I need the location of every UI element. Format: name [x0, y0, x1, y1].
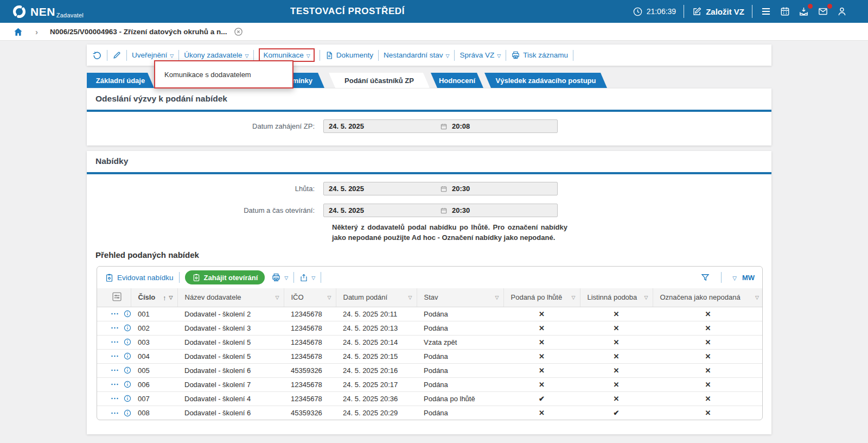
- table-row[interactable]: 002 Dodavatel - školení 3 12345678 24. 5…: [97, 321, 763, 336]
- toolbar-item-uverejneni[interactable]: Uveřejnění ▽: [132, 51, 174, 59]
- environment-title: TESTOVACÍ PROSTŘEDÍ: [290, 6, 405, 17]
- edit-button[interactable]: [112, 50, 122, 60]
- zahajit-oteviranie-button[interactable]: Zahájit otevírání: [185, 270, 265, 284]
- cell-stav: Podána po lhůtě: [417, 392, 503, 406]
- messages-badge: [827, 4, 832, 9]
- filter-caret-icon[interactable]: ▽: [328, 295, 331, 300]
- chevron-down-icon: ▽: [307, 53, 310, 59]
- logo-title: NEN: [30, 6, 55, 17]
- toolbar-item-label: Uveřejnění: [132, 51, 167, 59]
- cell-podana-po-lhute: ✕: [503, 307, 580, 321]
- row-actions-button[interactable]: [111, 354, 119, 358]
- view-dropdown-button[interactable]: ▽: [732, 275, 737, 281]
- toolbar-item-nestandardni-stav[interactable]: Nestandardní stav ▽: [384, 51, 449, 59]
- column-header-nazev-dodavatele[interactable]: Název dodavatele ▽: [177, 288, 284, 307]
- clock: 21:06:39: [633, 7, 676, 17]
- column-header-oznacena-jako-nepodana[interactable]: Označena jako nepodaná ▽: [653, 288, 763, 307]
- section-underline: [87, 172, 771, 174]
- cell-listinna-podoba: ✕: [580, 364, 653, 378]
- row-info-button[interactable]: [123, 352, 132, 360]
- datum-zahajeni-input[interactable]: 24. 5. 2025 20:08: [323, 119, 558, 133]
- filter-button[interactable]: [700, 273, 710, 282]
- evidovat-nabidku-button[interactable]: Evidovat nabídku: [105, 273, 174, 282]
- export-button[interactable]: ▽: [299, 273, 315, 282]
- cell-cislo: 003: [131, 336, 177, 350]
- row-info-button[interactable]: [123, 338, 132, 346]
- filter-caret-icon[interactable]: ▽: [276, 295, 279, 300]
- filter-caret-icon[interactable]: ▽: [495, 295, 499, 300]
- cell-ico: 45359326: [284, 406, 336, 420]
- table-row[interactable]: 005 Dodavatel - školení 6 45359326 24. 5…: [97, 364, 763, 378]
- row-actions-button[interactable]: [111, 312, 119, 316]
- column-header-podana-po-lhute[interactable]: Podaná po lhůtě ▽: [503, 288, 580, 307]
- create-vz-button[interactable]: Založit VZ: [692, 7, 744, 17]
- breadcrumb-item[interactable]: N006/25/V00004963 - Zřízení datových okr…: [50, 28, 227, 36]
- filter-caret-icon[interactable]: ▽: [755, 295, 759, 300]
- sliders-icon: [111, 291, 123, 302]
- row-actions-button[interactable]: [111, 326, 119, 330]
- column-header-datum-podani[interactable]: Datum podání ▽: [336, 288, 417, 307]
- row-info-button[interactable]: [123, 324, 132, 332]
- menu-item-komunikace-s-dodavatelem[interactable]: Komunikace s dodavatelem: [164, 71, 251, 79]
- row-actions-button[interactable]: [111, 368, 119, 372]
- table-row[interactable]: 008 Dodavatel - školení 6 45359326 24. 5…: [97, 406, 763, 420]
- column-header-stav[interactable]: Stav ▽: [417, 288, 503, 307]
- home-button[interactable]: [13, 27, 23, 37]
- breadcrumb-close-button[interactable]: [233, 27, 244, 37]
- table-row[interactable]: 003 Dodavatel - školení 5 12345678 24. 5…: [97, 336, 763, 350]
- history-button[interactable]: [92, 50, 102, 60]
- column-settings-button[interactable]: [111, 291, 123, 302]
- app-header: NEN Zadavatel TESTOVACÍ PROSTŘEDÍ 21:06:…: [0, 0, 868, 23]
- tab-hodnoceni[interactable]: Hodnocení: [431, 73, 483, 88]
- toolbar-divider: [320, 50, 320, 61]
- row-info-button[interactable]: [123, 309, 132, 318]
- column-header-listinna-podoba[interactable]: Listinná podoba ▽: [580, 288, 653, 307]
- table-row[interactable]: 006 Dodavatel - školení 7 12345678 24. 5…: [97, 378, 763, 392]
- row-actions-button[interactable]: [111, 396, 119, 401]
- toolbar-item-tisk-zaznamu[interactable]: Tisk záznamu: [511, 50, 568, 60]
- row-actions-button[interactable]: [111, 411, 119, 415]
- cell-cislo: 004: [131, 350, 177, 364]
- pencil-icon: [112, 50, 122, 60]
- view-mw-label[interactable]: MW: [742, 274, 755, 282]
- tab-zakladni-udaje[interactable]: Základní údaje: [87, 73, 154, 88]
- print-table-button[interactable]: ▽: [271, 273, 288, 282]
- date-value: 24. 5. 2025: [329, 122, 364, 130]
- menu-button[interactable]: [760, 6, 772, 17]
- lhuta-input[interactable]: 24. 5. 2025 20:30: [323, 182, 558, 195]
- filter-caret-icon[interactable]: ▽: [644, 295, 648, 300]
- cell-stav: Podána: [417, 350, 503, 364]
- row-actions-button[interactable]: [111, 340, 119, 344]
- datum-oteviranie-input[interactable]: 24. 5. 2025 20:30: [323, 204, 558, 217]
- table-row[interactable]: 007 Dodavatel - školení 4 12345678 24. 5…: [97, 392, 763, 406]
- row-info-button[interactable]: [123, 366, 132, 375]
- table-row[interactable]: 004 Dodavatel - školení 5 12345678 24. 5…: [97, 350, 763, 364]
- column-header-ico[interactable]: IČO ▽: [284, 288, 336, 307]
- filter-caret-icon[interactable]: ▽: [169, 295, 173, 300]
- downloads-button[interactable]: [798, 6, 809, 17]
- filter-caret-icon[interactable]: ▽: [572, 295, 576, 300]
- table-row[interactable]: 001 Dodavatel - školení 2 12345678 24. 5…: [97, 307, 763, 321]
- column-label: IČO: [291, 293, 304, 301]
- row-info-button[interactable]: [123, 394, 132, 403]
- komunikace-dropdown-menu: Komunikace s dodavatelem: [154, 60, 293, 88]
- toolbar-item-ukony-zadavatele[interactable]: Úkony zadavatele ▽: [184, 51, 248, 59]
- row-info-button[interactable]: [123, 380, 132, 389]
- row-info-button[interactable]: [123, 409, 132, 417]
- messages-button[interactable]: [817, 6, 829, 17]
- toolbar-item-dokumenty[interactable]: Dokumenty: [325, 51, 373, 60]
- column-header-cislo[interactable]: Číslo ↑ ▽: [131, 288, 177, 307]
- row-actions-button[interactable]: [111, 382, 119, 387]
- toolbar-item-sprava-vz[interactable]: Správa VZ ▽: [459, 51, 501, 59]
- chevron-down-icon: ▽: [170, 53, 174, 59]
- tab-podani-ucastniku-zp[interactable]: Podání účastníků ZP: [329, 73, 430, 88]
- cell-nazev-dodavatele: Dodavatel - školení 7: [177, 378, 284, 392]
- profile-button[interactable]: [837, 6, 847, 17]
- nen-logo[interactable]: NEN Zadavatel: [12, 4, 84, 19]
- clipboard-gear-icon: [105, 273, 114, 282]
- column-label: Podaná po lhůtě: [511, 293, 563, 301]
- calendar-button[interactable]: [780, 6, 790, 17]
- filter-caret-icon[interactable]: ▽: [409, 295, 412, 300]
- tab-vysledek-zadavaciho-postupu[interactable]: Výsledek zadávacího postupu: [484, 73, 607, 88]
- sort-asc-icon[interactable]: ↑: [163, 293, 167, 301]
